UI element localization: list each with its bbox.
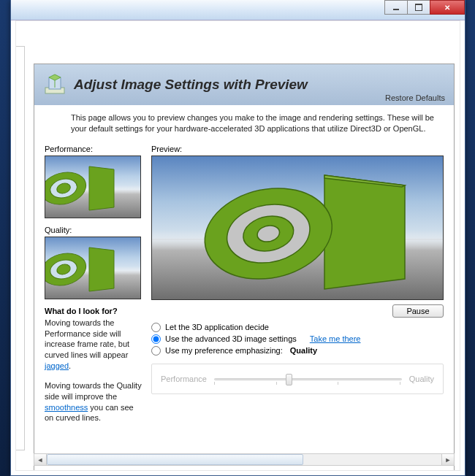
- quality-label: Quality:: [45, 226, 142, 234]
- slider-label-quality: Quality: [409, 375, 434, 383]
- quality-slider[interactable]: [214, 372, 402, 386]
- sidebar-edge: [16, 46, 25, 450]
- svg-marker-12: [324, 175, 405, 289]
- smoothness-link[interactable]: smoothness: [45, 403, 88, 412]
- right-column: Preview:: [151, 145, 444, 467]
- content-area: Adjust Image Settings with Preview Resto…: [15, 20, 460, 471]
- slider-label-performance: Performance: [161, 375, 207, 383]
- maximize-button[interactable]: [407, 0, 430, 15]
- svg-marker-7: [89, 166, 114, 210]
- take-me-there-link[interactable]: Take me there: [310, 334, 361, 343]
- help-para-1: Moving towards the Performance side will…: [45, 318, 142, 372]
- minimize-button[interactable]: [384, 0, 408, 15]
- scroll-left-arrow[interactable]: ◄: [34, 454, 47, 465]
- window-frame: Adjust Image Settings with Preview Resto…: [10, 0, 466, 476]
- scroll-track[interactable]: [47, 454, 441, 465]
- restore-defaults-link[interactable]: Restore Defaults: [385, 93, 445, 102]
- help-text-1a: Moving towards the Performance side will…: [45, 318, 129, 360]
- image-settings-mode: Let the 3D application decide Use the ad…: [151, 320, 444, 358]
- help-text-1b: .: [69, 361, 71, 370]
- help-para-2: Moving towards the Quality side will imp…: [45, 380, 142, 423]
- performance-thumbnail: [45, 156, 141, 218]
- performance-label: Performance:: [45, 145, 142, 153]
- quality-thumbnail: [45, 237, 141, 299]
- horizontal-scrollbar[interactable]: ◄ ►: [34, 453, 455, 466]
- radio-advanced[interactable]: [151, 334, 161, 344]
- option-app-decide[interactable]: Let the 3D application decide: [151, 323, 444, 332]
- close-button[interactable]: [430, 0, 465, 15]
- scroll-right-arrow[interactable]: ►: [441, 454, 454, 465]
- help-text-2a: Moving towards the Quality side will imp…: [45, 381, 142, 401]
- page-title: Adjust Image Settings with Preview: [74, 77, 308, 93]
- titlebar[interactable]: [11, 0, 465, 20]
- option-advanced[interactable]: Use the advanced 3D image settings Take …: [151, 334, 444, 344]
- radio-app-decide[interactable]: [151, 323, 161, 332]
- preview-viewport: [151, 156, 444, 300]
- scroll-thumb[interactable]: [47, 454, 303, 465]
- panel-header: Adjust Image Settings with Preview Resto…: [34, 64, 454, 105]
- description-text: This page allows you to preview changes …: [34, 105, 454, 139]
- option-advanced-label: Use the advanced 3D image settings: [165, 334, 297, 343]
- svg-marker-11: [89, 247, 114, 291]
- settings-panel: Adjust Image Settings with Preview Resto…: [34, 64, 455, 471]
- pause-button[interactable]: Pause: [392, 304, 444, 318]
- option-preference[interactable]: Use my preference emphasizing: Quality: [151, 346, 444, 356]
- header-icon: [43, 73, 66, 96]
- help-heading: What do I look for?: [45, 307, 142, 315]
- option-app-decide-label: Let the 3D application decide: [165, 323, 269, 331]
- preview-label: Preview:: [151, 145, 444, 153]
- preference-value: Quality: [290, 346, 317, 355]
- radio-preference[interactable]: [151, 346, 161, 356]
- quality-slider-group: Performance Quality: [151, 364, 444, 394]
- jagged-link[interactable]: jagged: [45, 361, 69, 370]
- option-preference-label: Use my preference emphasizing:: [165, 346, 283, 355]
- left-column: Performance:: [45, 145, 142, 467]
